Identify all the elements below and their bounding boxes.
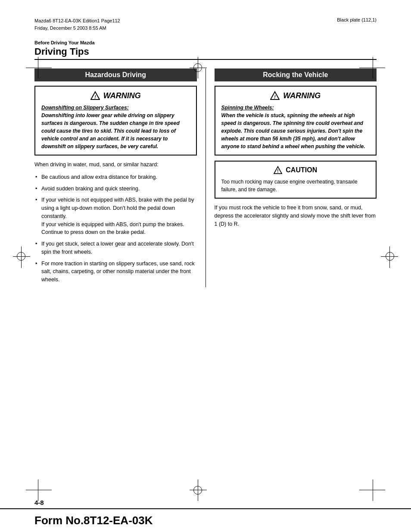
section-title: Driving Tips: [34, 46, 377, 57]
page-number: 4-8: [34, 499, 44, 506]
reg-mark-bottom-right-v: [373, 479, 373, 501]
bullet-item-4: If you get stuck, select a lower gear an…: [34, 240, 197, 256]
reg-mark-top-left-v: [38, 57, 38, 78]
bullet-item-1: Be cautious and allow extra distance for…: [34, 173, 197, 181]
header-file-info: Mazda6 8T12-EA-03K Edition1 Page112: [34, 17, 120, 25]
crosshair-right-circle: [386, 252, 394, 261]
rocking-warning-subtitle: Spinning the Wheels:: [221, 105, 274, 111]
bullet-item-5: For more traction in starting on slipper…: [34, 260, 197, 284]
page-header: Mazda6 8T12-EA-03K Edition1 Page112 Frid…: [0, 0, 411, 36]
rocking-vehicle-header: Rocking the Vehicle: [215, 68, 377, 81]
header-plate-info: Black plate (112,1): [337, 17, 377, 22]
reg-mark-bottom-left-h: [26, 490, 52, 490]
form-number: Form No.8T12-EA-03K: [34, 514, 153, 527]
hazardous-driving-header: Hazardous Driving: [34, 68, 197, 81]
header-date-info: Friday, December 5 2003 8:55 AM: [34, 25, 120, 32]
reg-mark-top-right-v: [373, 57, 373, 78]
rocking-body-text: If you must rock the vehicle to free it …: [215, 204, 377, 228]
rocking-warning-label: WARNING: [283, 91, 321, 100]
rocking-warning-title: ! WARNING: [221, 91, 370, 100]
reg-mark-bottom-right-h: [359, 490, 385, 490]
hazardous-bullet-list: Be cautious and allow extra distance for…: [34, 173, 197, 284]
bullet-item-3: If your vehicle is not equipped with ABS…: [34, 196, 197, 236]
warning-triangle-icon: !: [90, 91, 100, 100]
rocking-warning-box: ! WARNING Spinning the Wheels: When the …: [215, 86, 377, 156]
rocking-warning-triangle-icon: !: [270, 91, 280, 100]
section-title-area: Before Driving Your Mazda Driving Tips: [0, 36, 411, 68]
form-bar: Form No.8T12-EA-03K: [0, 508, 411, 532]
svg-text:!: !: [94, 94, 96, 100]
svg-text:!: !: [277, 169, 279, 174]
hazardous-warning-body: Downshifting into lower gear while drivi…: [41, 112, 180, 149]
right-column: Rocking the Vehicle ! WARNING Spinning t…: [206, 68, 377, 287]
hazardous-warning-label: WARNING: [103, 91, 141, 100]
page: Mazda6 8T12-EA-03K Edition1 Page112 Frid…: [0, 0, 411, 532]
caution-label: CAUTION: [286, 166, 317, 174]
svg-text:!: !: [274, 94, 276, 100]
rocking-warning-text: Spinning the Wheels: When the vehicle is…: [221, 104, 370, 150]
hazardous-warning-subtitle: Downshifting on Slippery Surfaces:: [41, 105, 129, 111]
hazardous-warning-text: Downshifting on Slippery Surfaces: Downs…: [41, 104, 190, 150]
left-column: Hazardous Driving ! WARNING Downshifting…: [34, 68, 197, 287]
content-area: Hazardous Driving ! WARNING Downshifting…: [0, 68, 411, 287]
section-subtitle: Before Driving Your Mazda: [34, 40, 377, 45]
reg-mark-top-right-h: [359, 68, 385, 68]
crosshair-bottom-center-circle: [193, 486, 202, 495]
header-left: Mazda6 8T12-EA-03K Edition1 Page112 Frid…: [34, 17, 120, 31]
caution-box: ! CAUTION Too much rocking may cause eng…: [215, 161, 377, 199]
rocking-warning-body: When the vehicle is stuck, spinning the …: [221, 112, 365, 149]
bullet-item-2: Avoid sudden braking and quick steering.: [34, 185, 197, 193]
caution-triangle-icon: !: [274, 166, 282, 174]
reg-mark-bottom-left-v: [38, 479, 38, 501]
crosshair-left-circle: [17, 252, 25, 261]
hazardous-intro-text: When driving in water, mud, sand, or sim…: [34, 161, 197, 169]
hazardous-warning-box: ! WARNING Downshifting on Slippery Surfa…: [34, 86, 197, 156]
caution-body-text: Too much rocking may cause engine overhe…: [221, 178, 370, 193]
caution-title: ! CAUTION: [221, 166, 370, 174]
title-underline: [34, 59, 377, 60]
reg-mark-top-left-h: [26, 68, 52, 68]
hazardous-warning-title: ! WARNING: [41, 91, 190, 100]
crosshair-top-center-circle: [193, 63, 202, 72]
page-footer: 4-8: [34, 499, 377, 506]
